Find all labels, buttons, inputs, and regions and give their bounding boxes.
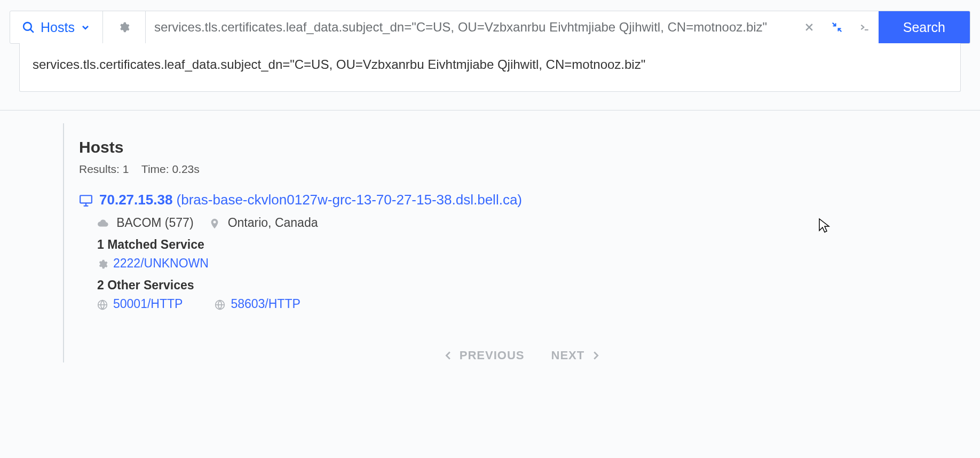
next-label: NEXT — [551, 349, 585, 362]
service-item: 50001/HTTP — [97, 297, 183, 311]
service-item: 2222/UNKNOWN — [97, 256, 209, 271]
chevron-left-icon — [442, 350, 454, 361]
service-item: 58603/HTTP — [215, 297, 300, 311]
chevron-right-icon — [590, 350, 602, 361]
collapse-button[interactable] — [823, 11, 851, 43]
results-meta: Results: 1 Time: 0.23s — [79, 163, 965, 176]
location-text: Ontario, Canada — [228, 216, 318, 230]
service-link[interactable]: 2222/UNKNOWN — [113, 256, 209, 271]
clear-button[interactable] — [795, 11, 823, 43]
other-services: 50001/HTTP 58603/HTTP — [97, 297, 965, 311]
terminal-button[interactable] — [851, 11, 879, 43]
results-time: Time: 0.23s — [141, 163, 200, 175]
map-pin-icon — [209, 216, 224, 230]
host-link[interactable]: 70.27.15.38 (bras-base-ckvlon0127w-grc-1… — [99, 192, 522, 208]
matched-heading: 1 Matched Service — [97, 238, 965, 252]
close-icon — [804, 22, 815, 33]
pagination: PREVIOUS NEXT — [79, 349, 965, 362]
svg-rect-7 — [80, 195, 92, 203]
search-icon — [22, 21, 35, 34]
asn: BACOM (577) — [97, 216, 194, 230]
asn-text: BACOM (577) — [116, 216, 193, 230]
search-button-label: Search — [903, 20, 945, 35]
left-gutter — [0, 123, 64, 362]
desktop-icon — [79, 192, 93, 208]
prev-label: PREVIOUS — [460, 349, 525, 362]
host-info-row: BACOM (577) Ontario, Canada — [97, 216, 965, 230]
prev-button[interactable]: PREVIOUS — [442, 349, 525, 362]
chevron-down-icon — [80, 21, 91, 34]
gear-icon — [118, 21, 130, 33]
host-ip: 70.27.15.38 — [99, 192, 172, 208]
service-link[interactable]: 50001/HTTP — [113, 297, 183, 311]
divider — [0, 110, 980, 110]
page-title: Hosts — [79, 138, 965, 156]
other-heading: 2 Other Services — [97, 278, 965, 293]
scope-dropdown[interactable]: Hosts — [10, 11, 103, 43]
compress-icon — [832, 22, 842, 33]
svg-line-1 — [30, 29, 34, 32]
terminal-icon — [859, 22, 870, 33]
search-bar: Hosts Search — [10, 11, 970, 44]
cloud-icon — [97, 216, 112, 230]
gear-icon — [97, 257, 108, 270]
host-hostname: (bras-base-ckvlon0127w-grc-13-70-27-15-3… — [177, 192, 522, 208]
suggestion-text: services.tls.certificates.leaf_data.subj… — [33, 57, 645, 72]
query-input[interactable] — [153, 19, 788, 35]
host-heading: 70.27.15.38 (bras-base-ckvlon0127w-grc-1… — [79, 192, 965, 208]
next-button[interactable]: NEXT — [551, 349, 602, 362]
search-button[interactable]: Search — [879, 11, 970, 43]
globe-icon — [215, 298, 225, 310]
svg-point-0 — [23, 22, 31, 30]
globe-icon — [97, 298, 108, 310]
settings-button[interactable] — [103, 11, 146, 43]
matched-services: 2222/UNKNOWN — [97, 256, 965, 271]
location: Ontario, Canada — [209, 216, 318, 230]
service-link[interactable]: 58603/HTTP — [231, 297, 300, 311]
query-field-wrap — [146, 11, 795, 43]
scope-label: Hosts — [41, 20, 75, 35]
results-count: Results: 1 — [79, 163, 129, 175]
query-suggestion[interactable]: services.tls.certificates.leaf_data.subj… — [19, 43, 961, 92]
